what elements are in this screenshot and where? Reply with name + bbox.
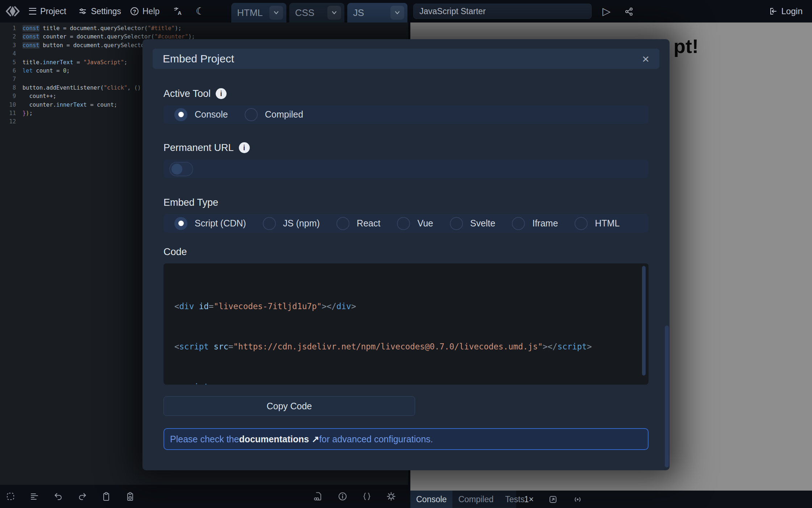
radio-option-svelte[interactable]: Svelte	[450, 217, 495, 230]
code-line: });	[22, 109, 33, 118]
focus-mode-icon[interactable]	[6, 492, 15, 501]
js-tab-dropdown[interactable]	[390, 6, 404, 20]
embed-code-line: <script src="https://cdn.jsdelivr.net/np…	[174, 340, 649, 353]
modal-scrollbar[interactable]	[665, 325, 669, 467]
help-menu[interactable]: ? Help	[130, 0, 160, 22]
livecodes-app: Project Settings ? Help A ☾ HTML	[0, 0, 812, 508]
login-label: Login	[781, 6, 803, 16]
radio-option-compiled[interactable]: Compiled	[245, 108, 303, 121]
run-button[interactable]: ▷	[602, 0, 610, 22]
embed-code-line: <div id="livecodes-7itljd1u7p"></div>	[174, 300, 649, 313]
css-tab-dropdown[interactable]	[327, 6, 341, 20]
svg-text:A: A	[178, 10, 182, 16]
project-title-input[interactable]	[413, 4, 592, 19]
info-icon[interactable]: i	[239, 142, 250, 153]
radio-unselected-icon	[512, 217, 525, 230]
open-in-new-window-icon[interactable]	[548, 495, 558, 504]
line-number: 2	[0, 33, 16, 41]
code-line: const title = document.querySelector("#t…	[22, 24, 182, 33]
dark-mode-toggle[interactable]: ☾	[196, 0, 204, 22]
docs-note: Please check the documentations ↗ for ad…	[163, 428, 649, 450]
login-icon	[769, 7, 778, 16]
settings-menu[interactable]: Settings	[78, 0, 121, 22]
radio-option-script-cdn[interactable]: Script (CDN)	[174, 217, 246, 230]
radio-option-js-npm[interactable]: JS (npm)	[263, 217, 320, 230]
hamburger-icon	[29, 8, 36, 15]
line-number: 1	[0, 24, 16, 33]
radio-option-iframe[interactable]: Iframe	[512, 217, 558, 230]
sliders-icon	[78, 7, 87, 16]
code-line	[22, 75, 26, 83]
settings-gear-icon[interactable]	[386, 492, 396, 501]
line-number: 6	[0, 67, 16, 75]
help-icon: ?	[130, 7, 138, 15]
custom-settings-icon[interactable]	[362, 492, 372, 501]
tab-js[interactable]: JS	[347, 3, 407, 22]
radio-option-label: Compiled	[265, 109, 303, 120]
tab-css-label: CSS	[295, 7, 314, 19]
chevron-down-icon	[394, 9, 401, 16]
translate-button[interactable]: A	[173, 0, 183, 22]
copy-snippet-icon[interactable]	[125, 492, 135, 501]
broadcast-icon[interactable]	[573, 495, 583, 504]
modal-body: Active Tool i ConsoleCompiled Permanent …	[163, 88, 649, 450]
undo-icon[interactable]	[54, 492, 63, 501]
embed-code-block[interactable]: <div id="livecodes-7itljd1u7p"></div> <s…	[163, 263, 649, 385]
line-number: 5	[0, 58, 16, 67]
tab-css[interactable]: CSS	[289, 3, 344, 22]
format-code-icon[interactable]	[30, 492, 39, 501]
code-line: let count = 0;	[22, 67, 70, 75]
project-menu[interactable]: Project	[29, 0, 66, 22]
embed-type-options: Script (CDN)JS (npm)ReactVueSvelteIframe…	[163, 214, 649, 233]
radio-selected-icon	[174, 108, 187, 121]
line-number: 12	[0, 118, 16, 126]
tools-tab-console[interactable]: Console	[410, 491, 452, 508]
line-number: 10	[0, 101, 16, 109]
radio-option-html[interactable]: HTML	[575, 217, 620, 230]
code-line: button.addEventListener("click", () => {	[22, 84, 158, 92]
zoom-level-button[interactable]: 1×	[524, 491, 534, 508]
moon-icon: ☾	[196, 5, 204, 17]
copy-code-icon[interactable]	[102, 492, 111, 501]
radio-unselected-icon	[245, 108, 258, 121]
external-resources-icon[interactable]	[313, 492, 323, 501]
permanent-url-toggle[interactable]	[169, 162, 193, 176]
modal-title: Embed Project	[163, 53, 234, 65]
modal-header[interactable]: Embed Project ×	[153, 49, 659, 69]
tools-bar: ConsoleCompiledTests 1×	[410, 491, 812, 508]
preview-heading-fragment: pt!	[674, 35, 699, 57]
embed-type-heading: Embed Type	[163, 197, 649, 208]
embed-project-modal: Embed Project × Active Tool i ConsoleCom…	[142, 39, 670, 470]
help-menu-label: Help	[142, 7, 160, 16]
close-icon[interactable]: ×	[642, 53, 649, 65]
share-icon[interactable]	[624, 7, 634, 16]
info-icon[interactable]: i	[216, 88, 227, 99]
documentations-link[interactable]: documentations	[239, 434, 309, 444]
html-tab-dropdown[interactable]	[269, 6, 283, 20]
copy-code-button[interactable]: Copy Code	[163, 396, 415, 416]
codeblock-scrollbar[interactable]	[642, 266, 646, 376]
code-line: counter.innerText = count;	[22, 101, 117, 109]
tab-html-label: HTML	[237, 7, 263, 19]
translate-icon: A	[173, 7, 183, 16]
line-number: 9	[0, 92, 16, 101]
radio-option-react[interactable]: React	[336, 217, 380, 230]
project-info-icon[interactable]	[338, 492, 347, 501]
code-heading: Code	[163, 246, 649, 258]
app-logo-icon[interactable]	[4, 3, 21, 20]
radio-option-vue[interactable]: Vue	[397, 217, 433, 230]
permanent-url-row	[163, 160, 649, 178]
radio-option-label: Script (CDN)	[195, 218, 246, 229]
line-number: 7	[0, 75, 16, 83]
redo-icon[interactable]	[78, 492, 87, 501]
radio-option-label: HTML	[595, 218, 620, 229]
radio-option-label: Iframe	[532, 218, 558, 229]
tab-html[interactable]: HTML	[231, 3, 286, 22]
tools-tab-compiled[interactable]: Compiled	[452, 491, 499, 508]
code-line: title.innerText = "JavaScript";	[22, 58, 127, 67]
login-button[interactable]: Login	[769, 0, 803, 22]
radio-option-console[interactable]: Console	[174, 108, 228, 121]
chevron-down-icon	[331, 9, 337, 16]
radio-option-label: React	[357, 218, 380, 229]
chevron-down-icon	[273, 9, 279, 16]
